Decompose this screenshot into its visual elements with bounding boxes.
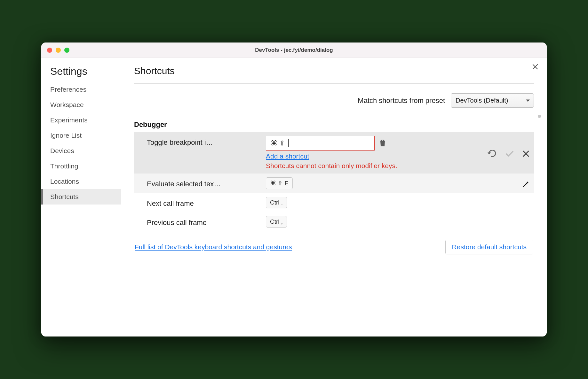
shortcut-input-keys: ⌘ ⇧	[271, 139, 285, 147]
preset-select[interactable]: DevTools (Default)	[451, 93, 534, 108]
shortcut-input[interactable]: ⌘ ⇧	[266, 136, 375, 151]
page-title: Shortcuts	[134, 66, 534, 84]
full-list-link[interactable]: Full list of DevTools keyboard shortcuts…	[135, 243, 292, 251]
sidebar-item-shortcuts[interactable]: Shortcuts	[41, 189, 121, 205]
preset-row: Match shortcuts from preset DevTools (De…	[134, 84, 534, 115]
main-panel: Shortcuts Match shortcuts from preset De…	[121, 58, 547, 336]
edit-icon[interactable]	[522, 181, 529, 188]
preset-label: Match shortcuts from preset	[358, 97, 445, 105]
shortcut-kbd: Ctrl ,	[266, 216, 287, 228]
checkmark-icon[interactable]	[505, 150, 514, 157]
close-window-button[interactable]	[47, 48, 52, 53]
shortcut-row-previous-call-frame: Previous call frame Ctrl ,	[134, 212, 534, 231]
preset-selected-value: DevTools (Default)	[456, 97, 508, 104]
sidebar-item-locations[interactable]: Locations	[41, 174, 121, 189]
undo-icon[interactable]	[487, 150, 497, 158]
sidebar-item-devices[interactable]: Devices	[41, 143, 121, 159]
shortcut-row-next-call-frame: Next call frame Ctrl .	[134, 193, 534, 212]
sidebar-item-experiments[interactable]: Experiments	[41, 112, 121, 128]
shortcut-kbd: Ctrl .	[266, 197, 287, 208]
footer: Full list of DevTools keyboard shortcuts…	[134, 231, 534, 261]
shortcut-row-evaluate-selected: Evaluate selected tex… ⌘ ⇧ E	[134, 174, 534, 193]
shortcut-label: Toggle breakpoint i…	[147, 136, 262, 147]
text-caret	[288, 139, 289, 147]
shortcuts-scroll-area: Debugger Toggle breakpoint i… ⌘ ⇧	[134, 115, 534, 231]
devtools-window: DevTools - jec.fyi/demo/dialog Settings …	[41, 43, 547, 336]
section-title-debugger: Debugger	[134, 115, 534, 132]
add-shortcut-link[interactable]: Add a shortcut	[266, 152, 309, 160]
shortcut-label: Previous call frame	[147, 216, 262, 227]
shortcut-row-toggle-breakpoint: Toggle breakpoint i… ⌘ ⇧ Add a shortcut	[134, 132, 534, 174]
sidebar: Settings Preferences Workspace Experimen…	[41, 58, 121, 336]
shortcut-label: Next call frame	[147, 197, 262, 208]
shortcut-error-text: Shortcuts cannot contain only modifier k…	[266, 162, 397, 170]
cancel-icon[interactable]	[522, 150, 529, 157]
traffic-lights	[47, 48, 69, 53]
trash-icon[interactable]	[379, 139, 386, 147]
zoom-window-button[interactable]	[64, 48, 69, 53]
minimize-window-button[interactable]	[56, 48, 61, 53]
shortcut-kbd: ⌘ ⇧ E	[266, 177, 293, 189]
sidebar-item-ignore-list[interactable]: Ignore List	[41, 128, 121, 143]
sidebar-item-workspace[interactable]: Workspace	[41, 97, 121, 112]
shortcut-label: Evaluate selected tex…	[147, 177, 262, 188]
sidebar-heading: Settings	[41, 66, 121, 82]
scrollbar-thumb[interactable]	[538, 115, 541, 118]
restore-defaults-button[interactable]: Restore default shortcuts	[445, 240, 533, 254]
sidebar-item-preferences[interactable]: Preferences	[41, 82, 121, 97]
titlebar: DevTools - jec.fyi/demo/dialog	[41, 43, 547, 58]
window-title: DevTools - jec.fyi/demo/dialog	[41, 47, 547, 53]
sidebar-item-throttling[interactable]: Throttling	[41, 159, 121, 174]
